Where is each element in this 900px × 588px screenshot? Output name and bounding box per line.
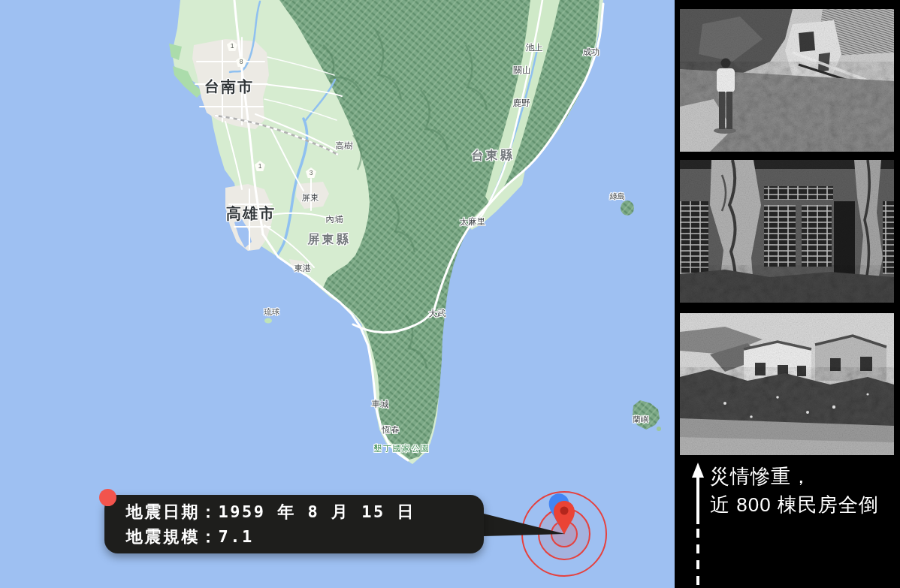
caption-text: 災情慘重， 近 800 棟民房全倒 xyxy=(710,462,879,519)
label-taimali: 太麻里 xyxy=(460,216,486,228)
label-gaoshu: 高樹 xyxy=(336,140,353,152)
label-neipu: 內埔 xyxy=(326,214,343,225)
arrow-up-icon xyxy=(688,460,708,588)
callout-dot xyxy=(99,489,116,506)
label-kaohsiung-city: 高雄市 xyxy=(226,204,276,224)
callout-tail xyxy=(481,508,567,539)
orchid-islet xyxy=(657,427,661,431)
label-orchid-island: 蘭嶼 xyxy=(633,415,649,425)
damage-photo-1 xyxy=(680,9,894,152)
photo-panel: 災情慘重， 近 800 棟民房全倒 xyxy=(675,0,900,588)
label-kenting-park: 墾丁國家公園 xyxy=(374,443,430,454)
caption-line-2: 近 800 棟民房全倒 xyxy=(710,490,879,519)
shield-number: 1 xyxy=(258,162,262,170)
label-donggang: 東港 xyxy=(294,263,312,274)
screenshot-stage: 台南市 高雄市 屏東縣 台東縣 池上 成功 關山 鹿野 高樹 屏東 內埔 東港 … xyxy=(0,0,900,588)
label-tainan-city: 台南市 xyxy=(204,77,254,97)
label-liuqiu: 琉球 xyxy=(264,307,280,318)
label-checheng: 車城 xyxy=(372,399,389,410)
callout-line-date: 地震日期：1959 年 8 月 15 日 xyxy=(126,501,484,523)
damage-photo-3 xyxy=(680,313,894,455)
liuqiu-island xyxy=(264,318,272,324)
shield-number: 1 xyxy=(231,42,234,50)
label-pingtung-city: 屏東 xyxy=(302,192,319,204)
shield-number: 8 xyxy=(240,58,243,65)
label-taitung-county: 台東縣 xyxy=(472,148,515,164)
label-chenggong: 成功 xyxy=(583,47,600,58)
label-luye: 鹿野 xyxy=(513,98,530,109)
label-pingtung-county: 屏東縣 xyxy=(308,232,351,248)
earthquake-callout: 地震日期：1959 年 8 月 15 日 地震規模：7.1 xyxy=(104,495,484,553)
label-dawu: 大武 xyxy=(429,308,446,319)
label-guanshan: 關山 xyxy=(514,65,531,76)
green-island xyxy=(621,201,634,216)
caption-line-1: 災情慘重， xyxy=(710,462,879,490)
callout-line-magnitude: 地震規模：7.1 xyxy=(126,526,484,548)
label-chishang: 池上 xyxy=(526,42,543,53)
label-hengchun: 恆春 xyxy=(382,424,400,436)
damage-photo-2 xyxy=(680,160,894,303)
label-green-island: 綠島 xyxy=(610,191,626,202)
shield-number: 3 xyxy=(310,169,313,176)
